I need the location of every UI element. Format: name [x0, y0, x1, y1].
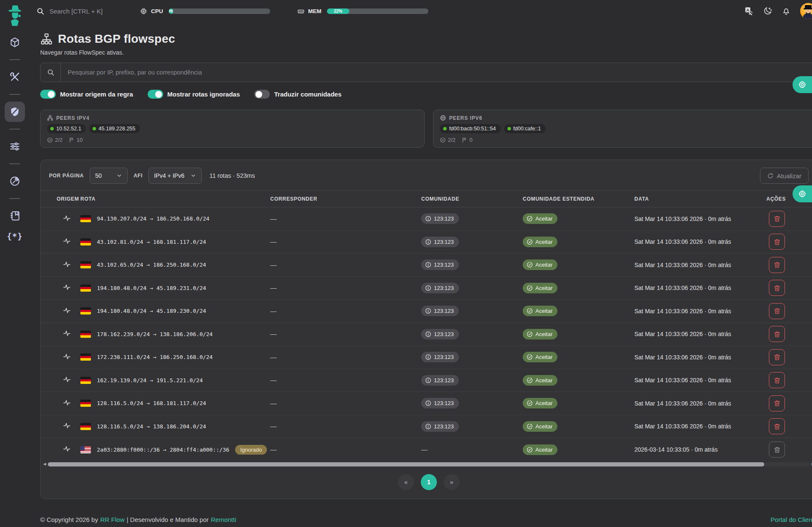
app-logo-detective-icon[interactable] [6, 4, 24, 23]
ignored-badge: Ignorado [235, 445, 267, 455]
scrollbar-track[interactable] [48, 462, 810, 466]
route-date-cell: Sat Mar 14 10:33:06 2026 · 0m atrás [634, 423, 766, 430]
global-search[interactable] [36, 7, 113, 15]
translate-icon[interactable]: A [744, 6, 754, 16]
toggle-switch[interactable] [40, 90, 56, 99]
peer-up-dot [93, 127, 96, 130]
sidebar-item-cube-icon[interactable] [5, 32, 25, 52]
page-title: Rotas BGP flowspec [58, 32, 175, 46]
table-row[interactable]: 178.162.239.0/24 → 138.186.206.0/24 — 12… [41, 323, 812, 346]
info-icon [425, 215, 431, 222]
delete-route-button[interactable] [769, 211, 785, 227]
floating-settings-button-2[interactable] [793, 185, 812, 202]
ext-community-badge: Aceitar [523, 237, 557, 247]
community-cell: 123:123 [421, 213, 523, 224]
refresh-button[interactable]: Atualizar [760, 168, 809, 184]
delete-route-button[interactable] [769, 349, 785, 365]
sidebar-nav: {*} [5, 32, 25, 246]
table-row[interactable]: 194.180.48.0/24 → 45.189.231.0/24 — 123:… [41, 277, 812, 300]
table-row[interactable]: 2a03:2880:f000::/36 → 2804:ff4:a000::/36… [41, 438, 812, 461]
peers-ipv4-card: PEERS IPV4 10.52.52.1 45.189.228.255 2/2 [40, 110, 425, 148]
sidebar-item-api-braces-icon[interactable]: {*} [5, 226, 25, 246]
table-row[interactable]: 43.102.65.0/24 → 186.250.168.0/24 — 123:… [41, 254, 812, 277]
client-portal-link[interactable]: Portal do Cliente [771, 516, 812, 523]
table-row[interactable]: 162.19.139.0/24 → 191.5.221.0/24 — 123:1… [41, 369, 812, 392]
sidebar-item-logbook-icon[interactable] [5, 206, 25, 226]
ext-community-badge: Aceitar [523, 421, 557, 432]
table-row[interactable]: 128.116.5.0/24 → 168.181.117.0/24 — 123:… [41, 392, 812, 415]
community-badge[interactable]: 123:123 [421, 329, 459, 339]
sidebar-item-globe-tool-icon[interactable] [5, 171, 25, 191]
toggle-switch[interactable] [254, 90, 270, 99]
toggle-switch[interactable] [148, 90, 163, 99]
delete-route-button[interactable] [769, 418, 785, 434]
table-row[interactable]: 43.102.81.0/24 → 168.181.117.0/24 — 123:… [41, 231, 812, 254]
route-cell: 194.180.48.0/24 → 45.189.231.0/24 [80, 284, 270, 292]
table-row[interactable]: 128.116.5.0/24 → 138.186.204.0/24 — 123:… [41, 415, 812, 439]
delete-route-button[interactable] [769, 280, 785, 296]
maintainer-link[interactable]: Remontti [211, 516, 236, 523]
dark-mode-moon-icon[interactable] [763, 6, 772, 16]
community-cell: 123:123 [421, 237, 523, 247]
sidebar-item-shield-flowspec-icon[interactable] [5, 102, 25, 122]
peer-card-title: PEERS IPV4 [56, 115, 89, 121]
route-search-input[interactable] [61, 63, 812, 82]
notifications-bell-icon[interactable] [782, 6, 791, 16]
pagination-page-1-button[interactable]: 1 [421, 474, 437, 490]
floating-settings-button[interactable] [793, 76, 812, 93]
per-page-select[interactable]: 50 [90, 168, 128, 184]
community-badge[interactable]: 123:123 [421, 283, 459, 293]
community-badge[interactable]: 123:123 [421, 213, 459, 224]
route-prefix-pair: 178.162.239.0/24 → 138.186.206.0/24 [97, 331, 213, 337]
delete-route-button[interactable] [769, 441, 785, 458]
table-row[interactable]: 194.180.48.0/24 → 45.189.230.0/24 — 123:… [41, 300, 812, 323]
match-cell: — [270, 353, 421, 361]
peer-address-pill: fd00:bacb:50:51::54 [440, 124, 501, 133]
delete-route-button[interactable] [769, 372, 785, 388]
community-badge[interactable]: 123:123 [421, 421, 459, 432]
route-origin-cell [41, 214, 80, 224]
toggle-show-ignored-routes[interactable]: Mostrar rotas ignoradas [148, 90, 240, 99]
column-header-data: DATA [634, 196, 766, 202]
peer-cards: PEERS IPV4 10.52.52.1 45.189.228.255 2/2 [40, 110, 812, 148]
community-badge[interactable]: 123:123 [421, 259, 459, 270]
community-badge[interactable]: 123:123 [421, 375, 459, 386]
ext-community-cell: Aceitar [523, 213, 634, 224]
global-search-input[interactable] [49, 8, 113, 15]
actions-cell [766, 441, 812, 458]
gear-icon [798, 190, 807, 198]
table-row[interactable]: 172.238.111.0/24 → 186.250.168.0/24 — 12… [41, 346, 812, 369]
match-cell: — [270, 261, 421, 269]
sidebar-item-tools-icon[interactable] [5, 67, 25, 87]
scroll-left-arrow[interactable]: ◀ [43, 462, 46, 466]
toggle-show-rule-origin[interactable]: Mostrar origem da regra [40, 90, 133, 99]
delete-route-button[interactable] [769, 234, 785, 250]
match-cell: — [270, 422, 421, 430]
delete-route-button[interactable] [769, 395, 785, 411]
toggle-row: Mostrar origem da regra Mostrar rotas ig… [40, 90, 812, 99]
ext-community-badge-label: Aceitar [535, 377, 552, 384]
table-row[interactable]: 94.130.207.0/24 → 186.250.168.0/24 — 123… [41, 207, 812, 231]
delete-route-button[interactable] [769, 303, 785, 319]
pagination-next-button[interactable]: » [444, 474, 460, 490]
match-value: — [270, 261, 277, 268]
afi-select[interactable]: IPv4 + IPv6 [148, 168, 202, 184]
community-badge[interactable]: 123:123 [421, 352, 459, 362]
ext-community-badge: Aceitar [523, 444, 557, 455]
brand-link[interactable]: RR Flow [100, 516, 125, 523]
country-flag [80, 331, 91, 338]
delete-route-button[interactable] [769, 257, 785, 273]
pagination-prev-button[interactable]: « [398, 474, 414, 490]
community-badge[interactable]: 123:123 [421, 306, 459, 316]
check-circle-icon [527, 331, 533, 337]
community-badge[interactable]: 123:123 [421, 237, 459, 247]
pulse-activity-icon [63, 237, 71, 245]
scrollbar-thumb[interactable] [48, 462, 764, 466]
user-avatar[interactable] [800, 3, 812, 19]
sidebar-item-sliders-icon[interactable] [5, 136, 25, 157]
community-badge[interactable]: 123:123 [421, 398, 459, 408]
peer-address-pill: fd00:cafe::1 [504, 124, 546, 133]
toggle-translate-communities[interactable]: Traduzir comunidades [254, 90, 341, 99]
table-controls: POR PÁGINA 50 AFI IPv4 + IPv6 11 rotas ·… [41, 160, 812, 190]
delete-route-button[interactable] [769, 326, 785, 342]
